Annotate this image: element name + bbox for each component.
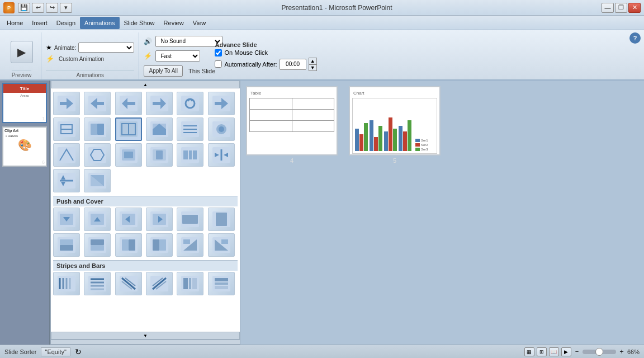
svg-rect-85 xyxy=(183,239,190,244)
menu-animations[interactable]: Animations xyxy=(80,17,119,29)
quick-save-btn[interactable]: 💾 xyxy=(18,3,30,13)
svg-rect-112 xyxy=(215,278,228,281)
minimize-btn[interactable]: — xyxy=(602,3,614,13)
slide-sorter-view-btn[interactable]: ⊞ xyxy=(537,347,547,356)
menu-design[interactable]: Design xyxy=(52,17,80,29)
more-btn[interactable]: ▾ xyxy=(60,3,72,13)
trans-item[interactable] xyxy=(146,233,173,257)
trans-item[interactable] xyxy=(53,208,80,231)
svg-rect-78 xyxy=(129,239,135,251)
trans-item[interactable] xyxy=(208,233,235,257)
close-btn[interactable]: ✕ xyxy=(628,3,641,13)
refresh-icon[interactable]: ↻ xyxy=(75,347,82,356)
bar xyxy=(384,131,388,151)
trans-item-selected[interactable] xyxy=(115,117,142,141)
speed-select[interactable]: Fast xyxy=(155,50,200,62)
redo-btn[interactable]: ↪ xyxy=(46,3,58,13)
trans-item[interactable] xyxy=(177,208,203,231)
trans-item[interactable] xyxy=(84,92,111,115)
trans-item[interactable] xyxy=(177,143,203,167)
mouse-click-checkbox[interactable] xyxy=(215,49,222,56)
transition-grid-1 xyxy=(53,91,238,116)
theme-badge[interactable]: "Equity" xyxy=(41,347,70,356)
zoom-minus-btn[interactable]: － xyxy=(574,347,580,356)
trans-item[interactable] xyxy=(208,208,235,231)
trans-item[interactable] xyxy=(177,233,203,257)
trans-item[interactable] xyxy=(208,117,235,141)
table-row xyxy=(250,121,334,132)
slide6-bullet: • Halves xyxy=(3,134,46,138)
table-cell xyxy=(250,121,292,132)
slide-5-content: Chart xyxy=(350,87,439,154)
trans-item[interactable] xyxy=(115,92,142,115)
mini-table xyxy=(249,98,334,132)
slide-sorter-label[interactable]: Slide Sorter xyxy=(4,348,36,355)
trans-item[interactable] xyxy=(53,143,80,167)
slide-thumb-6[interactable]: Clip Art • Halves 🎨 6 xyxy=(2,126,47,167)
trans-item[interactable] xyxy=(115,143,142,167)
preview-button[interactable]: ▶ xyxy=(7,40,36,64)
normal-view-btn[interactable]: ▦ xyxy=(524,347,534,356)
menu-review[interactable]: Review xyxy=(159,17,188,29)
menu-home[interactable]: Home xyxy=(2,17,27,29)
trans-item[interactable] xyxy=(115,208,142,231)
reading-view-btn[interactable]: 📖 xyxy=(549,347,559,356)
slide-5[interactable]: Chart xyxy=(349,86,441,156)
maximize-btn[interactable]: ❐ xyxy=(615,3,627,13)
trans-item[interactable] xyxy=(53,169,80,192)
undo-btn[interactable]: ↩ xyxy=(32,3,44,13)
menu-slideshow[interactable]: Slide Show xyxy=(120,17,159,29)
zoom-thumb xyxy=(595,348,603,356)
resize-handle[interactable] xyxy=(51,340,240,344)
time-up-btn[interactable]: ▲ xyxy=(309,58,317,64)
sound-select[interactable]: No Sound xyxy=(155,36,222,47)
office-logo-icon[interactable]: P xyxy=(3,2,15,13)
trans-item[interactable] xyxy=(208,92,235,115)
trans-item[interactable] xyxy=(84,117,111,141)
trans-item[interactable] xyxy=(146,208,173,231)
trans-item[interactable] xyxy=(208,143,235,167)
push-and-cover-header: Push and Cover xyxy=(53,196,238,206)
trans-item[interactable] xyxy=(53,92,80,115)
trans-item[interactable] xyxy=(84,233,111,257)
scroll-down-button[interactable]: ▼ xyxy=(51,332,240,340)
table-cell xyxy=(250,98,292,110)
custom-animation-button[interactable]: Custom Animation xyxy=(56,55,106,63)
slide-4[interactable]: Table xyxy=(246,86,338,156)
table-cell xyxy=(292,110,334,121)
trans-item[interactable] xyxy=(115,233,142,257)
svg-rect-82 xyxy=(159,239,166,251)
svg-rect-75 xyxy=(91,239,104,245)
trans-item[interactable] xyxy=(53,272,80,295)
trans-item[interactable] xyxy=(84,208,111,231)
trans-item[interactable] xyxy=(177,272,203,295)
trans-item[interactable] xyxy=(146,117,173,141)
bar xyxy=(370,120,373,151)
menu-insert[interactable]: Insert xyxy=(27,17,52,29)
help-button[interactable]: ? xyxy=(629,32,641,44)
zoom-slider[interactable] xyxy=(583,350,616,354)
trans-item[interactable] xyxy=(146,143,173,167)
zoom-plus-btn[interactable]: ＋ xyxy=(618,347,625,356)
trans-item[interactable] xyxy=(53,233,80,257)
trans-item[interactable] xyxy=(177,92,203,115)
slide-thumb-1[interactable]: Title Areas 1 xyxy=(2,83,47,123)
slideshow-view-btn[interactable]: ▶ xyxy=(561,347,571,356)
transition-scroll-area[interactable]: Push and Cover xyxy=(51,88,240,332)
trans-item[interactable] xyxy=(146,272,173,295)
trans-item[interactable] xyxy=(146,92,173,115)
svg-rect-79 xyxy=(122,239,129,251)
table-row xyxy=(250,98,334,110)
trans-item[interactable] xyxy=(208,272,235,295)
animate-select[interactable] xyxy=(78,43,134,53)
menu-view[interactable]: View xyxy=(188,17,211,29)
trans-item[interactable] xyxy=(177,117,203,141)
scroll-up-button[interactable]: ▲ xyxy=(51,81,240,88)
trans-item[interactable] xyxy=(84,143,111,167)
trans-item[interactable] xyxy=(53,117,80,141)
trans-item[interactable] xyxy=(84,169,111,192)
trans-item[interactable] xyxy=(115,272,142,295)
apply-to-all-button[interactable]: Apply To All xyxy=(144,65,183,77)
trans-item[interactable] xyxy=(84,272,111,295)
title-left: P 💾 ↩ ↪ ▾ xyxy=(3,2,72,13)
